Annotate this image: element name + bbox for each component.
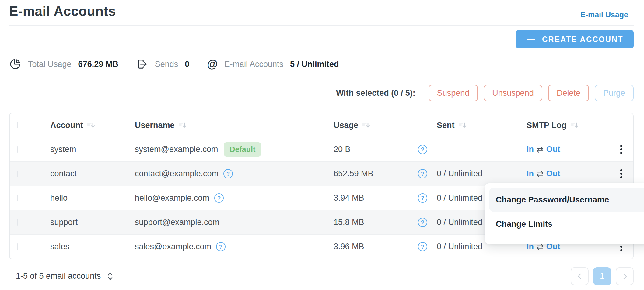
column-header-sent[interactable]: Sent bbox=[437, 121, 518, 130]
stat-total-usage: Total Usage 676.29 MB bbox=[9, 58, 118, 70]
create-account-button[interactable]: CREATE ACCOUNT bbox=[516, 30, 634, 48]
sent-value: 0 / Unlimited bbox=[437, 242, 482, 251]
account-name: hello bbox=[50, 193, 68, 202]
account-name: sales bbox=[50, 242, 69, 251]
pie-chart-icon bbox=[9, 58, 21, 70]
sort-icon bbox=[362, 122, 370, 129]
sort-icon bbox=[570, 122, 579, 129]
account-email: sales@example.com bbox=[135, 242, 211, 251]
sort-icon bbox=[178, 122, 187, 129]
row-checkbox[interactable] bbox=[17, 243, 18, 250]
chevron-left-icon bbox=[576, 273, 583, 280]
table-header-row: Account Username Usage Sent SMTP Log bbox=[10, 113, 633, 137]
stat-value: 676.29 MB bbox=[78, 60, 118, 69]
pagination-summary: 1-5 of 5 email accounts bbox=[16, 271, 101, 281]
usage-value: 3.96 MB bbox=[334, 242, 364, 251]
help-icon[interactable]: ? bbox=[216, 242, 226, 251]
account-email: contact@example.com bbox=[135, 169, 219, 178]
usage-value: 20 B bbox=[334, 145, 351, 154]
sent-value: 0 / Unlimited bbox=[437, 169, 482, 178]
swap-arrows-icon: ⇄ bbox=[537, 145, 544, 154]
sort-icon bbox=[458, 122, 467, 129]
menu-item-change-password-username[interactable]: Change Password/Username bbox=[489, 188, 644, 212]
stat-value: 5 / Unlimited bbox=[290, 60, 339, 69]
page-title: E-mail Accounts bbox=[9, 4, 116, 19]
plus-icon bbox=[526, 34, 536, 44]
row-menu-kebab-icon[interactable] bbox=[616, 167, 627, 181]
row-checkbox[interactable] bbox=[17, 171, 18, 177]
help-icon[interactable]: ? bbox=[418, 169, 427, 178]
chevron-right-icon bbox=[621, 273, 628, 280]
bulk-actions-row: With selected (0 / 5): Suspend Unsuspend… bbox=[9, 85, 634, 101]
send-icon bbox=[136, 58, 148, 70]
page-1-button[interactable]: 1 bbox=[593, 267, 611, 285]
row-checkbox[interactable] bbox=[17, 219, 18, 226]
with-selected-label: With selected (0 / 5): bbox=[336, 88, 415, 98]
column-header-account[interactable]: Account bbox=[50, 121, 126, 130]
create-account-label: CREATE ACCOUNT bbox=[542, 35, 623, 44]
smtp-out-link[interactable]: Out bbox=[546, 169, 561, 178]
smtp-out-link[interactable]: Out bbox=[546, 145, 561, 154]
next-page-button[interactable] bbox=[616, 267, 634, 285]
stat-label: Total Usage bbox=[28, 60, 72, 69]
usage-value: 3.94 MB bbox=[334, 193, 364, 202]
pagination-row: 1-5 of 5 email accounts 1 bbox=[9, 267, 634, 285]
column-header-username[interactable]: Username bbox=[135, 121, 187, 130]
help-icon[interactable]: ? bbox=[418, 193, 427, 203]
table-row: system system@example.com Default 20 B ?… bbox=[10, 137, 633, 161]
select-all-checkbox[interactable] bbox=[17, 122, 18, 128]
default-badge: Default bbox=[224, 142, 261, 157]
purge-button[interactable]: Purge bbox=[595, 85, 634, 101]
stat-label: Sends bbox=[155, 60, 178, 69]
delete-button[interactable]: Delete bbox=[548, 85, 589, 101]
help-icon[interactable]: ? bbox=[214, 193, 224, 203]
at-icon: @ bbox=[207, 58, 218, 70]
stat-sends: Sends 0 bbox=[136, 58, 190, 70]
usage-value: 652.59 MB bbox=[334, 169, 373, 178]
help-icon[interactable]: ? bbox=[223, 169, 233, 178]
swap-arrows-icon: ⇄ bbox=[537, 169, 544, 178]
help-icon[interactable]: ? bbox=[418, 242, 427, 251]
help-icon[interactable]: ? bbox=[418, 145, 427, 154]
account-email: hello@example.com bbox=[135, 193, 209, 203]
stat-value: 0 bbox=[185, 60, 189, 69]
row-checkbox[interactable] bbox=[17, 195, 18, 201]
column-header-usage[interactable]: Usage bbox=[334, 121, 370, 130]
prev-page-button[interactable] bbox=[571, 267, 589, 285]
account-email: system@example.com bbox=[135, 145, 218, 154]
sent-value: 0 / Unlimited bbox=[437, 193, 482, 202]
column-header-smtp-log[interactable]: SMTP Log bbox=[527, 121, 579, 130]
usage-value: 15.8 MB bbox=[334, 218, 364, 227]
row-context-menu: Change Password/Username Change Limits bbox=[485, 183, 644, 244]
email-usage-link[interactable]: E-mail Usage bbox=[580, 10, 628, 19]
unsuspend-button[interactable]: Unsuspend bbox=[484, 85, 542, 101]
page-header: E-mail Accounts E-mail Usage bbox=[9, 0, 634, 26]
table-row: contact contact@example.com ? 652.59 MB … bbox=[10, 161, 633, 186]
page-size-updown-icon[interactable] bbox=[107, 272, 114, 281]
menu-item-change-limits[interactable]: Change Limits bbox=[489, 212, 644, 236]
account-email: support@example.com bbox=[135, 218, 219, 227]
smtp-in-link[interactable]: In bbox=[527, 169, 534, 178]
smtp-in-link[interactable]: In bbox=[527, 145, 534, 154]
account-name: system bbox=[50, 145, 76, 154]
suspend-button[interactable]: Suspend bbox=[429, 85, 478, 101]
row-menu-kebab-icon[interactable] bbox=[616, 143, 627, 157]
help-icon[interactable]: ? bbox=[418, 218, 427, 227]
stats-row: Total Usage 676.29 MB Sends 0 @ E-mail A… bbox=[9, 58, 634, 70]
stat-label: E-mail Accounts bbox=[224, 60, 283, 69]
create-account-row: CREATE ACCOUNT bbox=[9, 30, 634, 48]
sort-icon bbox=[87, 122, 95, 129]
row-checkbox[interactable] bbox=[17, 146, 18, 153]
account-name: support bbox=[50, 218, 78, 227]
account-name: contact bbox=[50, 169, 77, 178]
stat-email-accounts: @ E-mail Accounts 5 / Unlimited bbox=[207, 58, 339, 70]
sent-value: 0 / Unlimited bbox=[437, 218, 482, 227]
